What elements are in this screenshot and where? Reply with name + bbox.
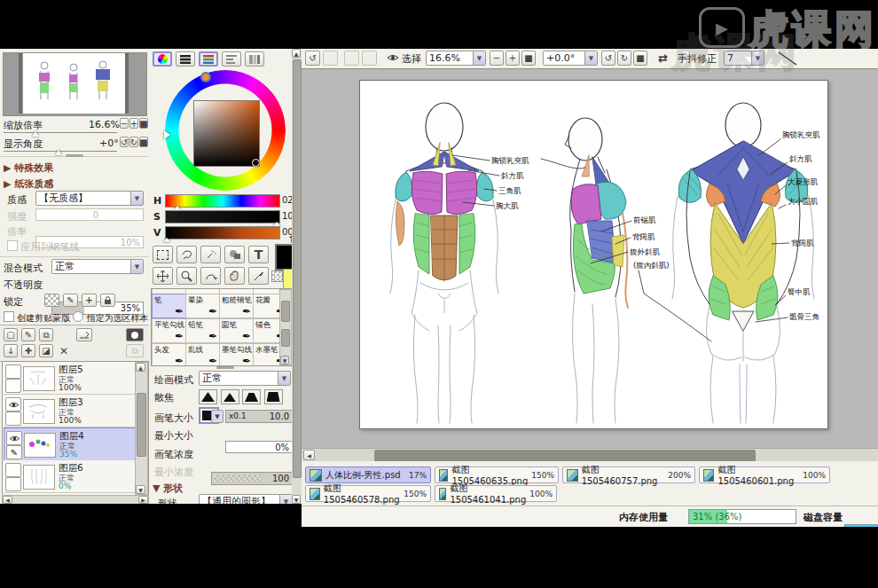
scroll-left-icon[interactable]: ◀ [3, 496, 12, 504]
layer-mode-toggle[interactable] [5, 412, 21, 426]
color-bars-tab[interactable] [176, 51, 195, 67]
hand-tool[interactable] [224, 267, 245, 285]
canvas-workspace[interactable]: 胸锁乳突肌 斜方肌 三角肌 胸大肌 前锯肌 背阔肌 腹外斜肌 (腹内斜肌) 胸锁… [302, 69, 878, 448]
layer-visibility-toggle[interactable] [6, 431, 22, 445]
apply-pen-checkbox[interactable] [7, 240, 18, 251]
transparent-color-icon[interactable] [271, 270, 283, 282]
invert-selection-button[interactable] [362, 51, 377, 66]
grid-resize-handle[interactable] [216, 366, 234, 369]
angle-combo[interactable]: +0.0° ▼ [543, 51, 598, 66]
hsv-slider-tab[interactable] [222, 51, 241, 67]
special-effects-header[interactable]: ▶ 特殊效果 [4, 161, 53, 175]
lock-transparency-icon[interactable] [44, 294, 59, 307]
scroll-right-icon[interactable]: ▶ [138, 496, 148, 504]
tab-doc-6[interactable]: 截图1505461041.png 100% [435, 485, 557, 502]
hue-marker[interactable] [200, 72, 211, 82]
zoom-combo[interactable]: 16.6% ▼ [426, 51, 486, 66]
brush-scroll-thumb2[interactable] [281, 329, 290, 347]
rgb-slider-tab[interactable] [199, 51, 218, 67]
magic-wand-tool[interactable] [200, 246, 221, 263]
canvas-hscroll-thumb[interactable] [374, 450, 756, 462]
tab-doc-5[interactable]: 截图1505460578.png 150% [305, 485, 431, 502]
zoom-slider-marker[interactable] [32, 131, 39, 137]
rect-select-tool[interactable] [153, 246, 173, 263]
h-slider[interactable] [165, 194, 280, 208]
layer-visibility-toggle[interactable] [5, 397, 21, 412]
zoom-out-button[interactable]: − [490, 51, 504, 66]
add-icon[interactable]: ✚ [21, 344, 35, 357]
document-canvas[interactable]: 胸锁乳突肌 斜方肌 三角肌 胸大肌 前锯肌 背阔肌 腹外斜肌 (腹内斜肌) 胸锁… [359, 80, 828, 429]
stabilizer-combo[interactable]: 7 ▼ [724, 51, 764, 66]
scroll-down-icon[interactable]: ▼ [280, 356, 289, 365]
v-marker[interactable] [163, 238, 170, 242]
layer-scrollbar[interactable]: ▲ ▼ [135, 362, 148, 495]
shape-select-tool[interactable] [224, 246, 245, 263]
clip-group-icon[interactable]: ⧉ [126, 344, 144, 357]
s-slider[interactable] [165, 210, 280, 223]
tab-doc-3[interactable]: 截图1505460757.png 200% [562, 466, 695, 483]
rotate-ccw-button[interactable]: ↺ [601, 51, 615, 66]
clipping-mask-checkbox[interactable] [4, 311, 14, 322]
density-slider[interactable]: 100 [211, 472, 293, 485]
redo-button[interactable] [323, 51, 338, 66]
text-tool[interactable]: T [248, 246, 269, 263]
saturation-value-square[interactable] [193, 100, 260, 167]
scroll-up-icon[interactable]: ▲ [292, 49, 301, 58]
layer-visibility-toggle[interactable] [5, 365, 21, 379]
brush-rough-pen[interactable]: 粗糙钢笔✒ [219, 294, 254, 318]
brush-pen[interactable]: 笔✒ [152, 294, 186, 318]
layer-row-6[interactable]: 图层6 正常 0% [4, 460, 137, 493]
paper-texture-header[interactable]: ▶ 纸张质感 [4, 177, 53, 191]
new-layer-icon[interactable]: ▢ [4, 328, 18, 341]
chevron-down-icon[interactable]: ▼ [278, 372, 290, 385]
v-slider[interactable] [165, 226, 280, 239]
chevron-down-icon[interactable]: ▼ [130, 260, 143, 273]
copy-layer-icon[interactable]: ⧉ [39, 328, 53, 341]
defocus-trapezoid[interactable] [264, 389, 283, 404]
brush-scribble[interactable]: 乱线✒ [185, 343, 220, 366]
move-tool[interactable] [153, 267, 173, 285]
zoom-in-button[interactable]: + [506, 51, 520, 66]
scroll-left-icon[interactable]: ◀ [303, 450, 315, 460]
scroll-down-icon[interactable]: ▼ [292, 495, 301, 504]
color-mixer-tab[interactable] [245, 51, 264, 67]
nav-zoom-out-button[interactable]: − [120, 118, 129, 129]
min-size-slider[interactable]: 0% [225, 441, 293, 453]
scroll-up-icon[interactable]: ▲ [136, 363, 145, 372]
panel-resize-handle[interactable] [66, 154, 83, 157]
nav-rotate-reset-button[interactable]: ■ [139, 137, 148, 147]
defocus-sharp[interactable] [199, 389, 217, 404]
angle-slider-marker[interactable] [55, 150, 62, 155]
undo-button[interactable]: ↺ [305, 51, 320, 66]
lasso-tool[interactable] [176, 246, 197, 263]
zoom-reset-button[interactable]: ■ [521, 51, 536, 66]
layer-mask-icon[interactable] [126, 328, 144, 341]
color-wheel-tab[interactable] [153, 51, 172, 67]
brush-hair[interactable]: 头发✒ [152, 343, 186, 366]
nav-rotate-cw-button[interactable]: ↻ [129, 137, 138, 147]
defocus-soft2[interactable] [242, 389, 261, 404]
layer-row-3[interactable]: 图层3 正常 100% [4, 395, 137, 427]
layer-mode-toggle[interactable] [5, 379, 21, 393]
tab-doc-1[interactable]: 人体比例-男性.psd 17% [305, 466, 431, 483]
eyedropper-tool[interactable] [248, 267, 269, 285]
layer-row-5[interactable]: 图层5 正常 100% [4, 362, 137, 395]
brush-pencil[interactable]: 铅笔✒ [185, 318, 220, 343]
brush-ink-line[interactable]: 墨笔勾线✒ [219, 343, 254, 366]
brush-blur[interactable]: 晕染✒ [185, 294, 220, 318]
clear-layer-icon[interactable]: ◪ [39, 344, 53, 357]
chevron-down-icon[interactable]: ▼ [473, 51, 485, 65]
chevron-down-icon[interactable]: ▼ [751, 51, 764, 65]
brush-size-slider[interactable]: x0.1 10.0 [225, 410, 293, 423]
rotate-view-tool[interactable] [200, 267, 221, 285]
canvas-hscrollbar[interactable]: ◀ [302, 448, 878, 462]
brush-flat-line[interactable]: 平笔勾线✒ [152, 318, 186, 343]
brush-grid-scrollbar[interactable]: ▼ [279, 289, 292, 365]
zoom-tool[interactable] [176, 267, 197, 285]
nav-zoom-reset-button[interactable]: ■ [139, 118, 148, 129]
flip-horizontal-icon[interactable]: ⇄ [658, 51, 668, 65]
paint-mode-select[interactable]: 正常 ▼ [199, 371, 291, 386]
chevron-down-icon[interactable]: ▼ [130, 192, 143, 205]
navigator-zoom-slider[interactable] [4, 132, 117, 133]
delete-layer-icon[interactable]: ✕ [57, 344, 71, 357]
